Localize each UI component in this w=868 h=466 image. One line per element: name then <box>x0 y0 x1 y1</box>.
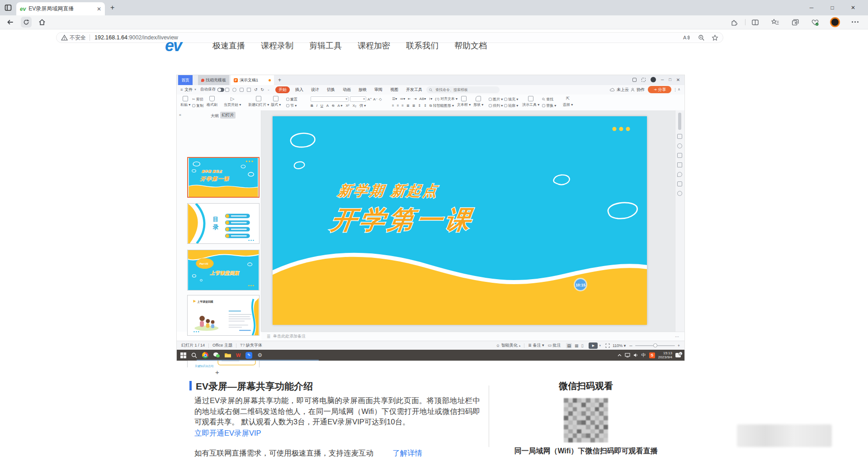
print-icon[interactable] <box>240 88 244 92</box>
notes-more-icon[interactable]: ⋯ <box>675 334 679 339</box>
wps-tab-docer[interactable]: 找稻壳模板 <box>198 75 229 85</box>
refresh-icon[interactable] <box>21 17 32 28</box>
sorter-view-icon[interactable]: ▦ <box>575 343 579 348</box>
select-button[interactable]: ⇱选择 ▾ <box>563 96 573 107</box>
align-left-icon[interactable]: ≡ <box>392 104 394 108</box>
comments-toggle[interactable]: ▭ 批注 <box>547 342 561 348</box>
ev-app-icon[interactable]: ✎ <box>245 352 252 359</box>
wps-taskbar-icon[interactable]: W <box>236 352 241 358</box>
slide-editor[interactable]: 新学期 新起点 开学第一课 10:15 <box>273 116 647 325</box>
zoom-slider-knob[interactable] <box>653 343 657 347</box>
zoom-out-button[interactable]: ─ <box>629 343 632 348</box>
search-input[interactable] <box>434 87 495 92</box>
ribbon-tab[interactable]: 动画 <box>343 87 351 93</box>
wps-restore-icon[interactable]: □ <box>669 77 671 82</box>
smart-graphic-button[interactable]: ⧉ 转智能图形 ▾ <box>429 103 454 108</box>
align-text-button[interactable]: (↕) 对齐文本 ▾ <box>435 96 458 101</box>
font-size-select[interactable]: ▾ <box>350 96 366 102</box>
back-icon[interactable] <box>6 18 14 26</box>
slide-thumbnail-1[interactable]: 新学期 新起点 开学第一课 <box>187 157 259 198</box>
collapse-ribbon-icon[interactable]: ∧ <box>678 87 680 91</box>
ribbon-tab-start[interactable]: 开始 <box>275 86 290 93</box>
nav-item-live[interactable]: 极速直播 <box>212 40 245 51</box>
increase-indent-icon[interactable]: ⇥ <box>414 97 417 101</box>
superscript-button[interactable]: X² <box>346 104 349 108</box>
crop-icon[interactable] <box>677 181 682 186</box>
output-icon[interactable] <box>232 88 236 92</box>
favorite-star-icon[interactable] <box>712 34 718 41</box>
vertical-scrollbar[interactable] <box>678 113 681 130</box>
tab-slides[interactable]: 幻灯片 <box>220 112 236 119</box>
underline-button[interactable]: U <box>321 104 323 108</box>
sogou-icon[interactable]: S <box>649 352 655 358</box>
profile-avatar[interactable] <box>830 17 840 27</box>
font-family-select[interactable]: ▾ <box>311 96 349 102</box>
collections-icon[interactable] <box>791 19 799 26</box>
notification-center-icon[interactable]: 1 <box>675 352 682 358</box>
wps-layout2-icon[interactable] <box>642 78 646 82</box>
nav-item-encrypt[interactable]: 课程加密 <box>358 40 390 51</box>
copy-button[interactable]: 复制 <box>192 102 203 109</box>
text-direction-icon[interactable]: AB▾ <box>420 97 426 101</box>
collaborate-button[interactable]: 协作 <box>631 85 645 94</box>
decrease-font-icon[interactable]: A⁻ <box>373 97 378 101</box>
zoom-in-icon[interactable] <box>698 34 705 41</box>
highlight-button[interactable]: 彁 ▾ <box>359 103 366 108</box>
cut-button[interactable]: ✂剪切 <box>192 96 203 102</box>
wechat-icon[interactable] <box>213 352 220 358</box>
settings-gear-icon[interactable]: ⚙ <box>257 352 262 358</box>
distribute-icon[interactable]: ≣ <box>412 104 415 108</box>
home-icon[interactable] <box>38 18 46 26</box>
present-tools-button[interactable]: 演示工具 ▾ <box>522 96 539 107</box>
missing-font-warning[interactable]: T? 缺失字体 <box>240 342 262 348</box>
properties-icon[interactable] <box>677 134 682 139</box>
read-aloud-icon[interactable]: A <box>683 34 690 41</box>
security-label[interactable]: 不安全 <box>70 34 86 42</box>
file-explorer-icon[interactable] <box>225 352 231 358</box>
new-slide-button[interactable]: 新建幻灯片 ▾ <box>248 96 269 107</box>
notes-placeholder[interactable]: 单击此处添加备注 <box>273 333 306 339</box>
tab-actions-icon[interactable] <box>5 4 12 11</box>
ime-indicator[interactable]: 中 <box>642 352 646 358</box>
ribbon-tab[interactable]: 设计 <box>311 87 319 93</box>
section-button[interactable]: 节 ▾ <box>286 102 297 109</box>
slide-thumbnail-2[interactable]: 目 录 <box>187 203 259 244</box>
fill-button[interactable]: 填充 ▾ <box>504 96 518 102</box>
paste-button[interactable]: 粘贴 ▾ <box>180 96 190 107</box>
fit-slide-icon[interactable] <box>605 343 610 348</box>
theme-name[interactable]: Office 主题 <box>212 342 232 348</box>
customize-chevron-icon[interactable]: ⌄ <box>267 88 270 91</box>
notes-toggle[interactable]: ≣ 备注 ▾ <box>528 342 544 348</box>
wps-close-icon[interactable]: ✕ <box>676 77 680 82</box>
more-menu-icon[interactable]: ⋮ <box>673 87 677 92</box>
reset-button[interactable]: 重置 <box>286 96 297 102</box>
wps-new-tab-button[interactable]: + <box>278 77 281 83</box>
font-color-button[interactable]: A ▾ <box>337 104 342 108</box>
nav-item-record[interactable]: 课程录制 <box>261 40 293 51</box>
layout-button[interactable]: 版式 ▾ <box>271 96 281 107</box>
para-spacing2-icon[interactable]: ⇕ <box>424 104 427 108</box>
numbered-list-icon[interactable]: ≔▾ <box>400 97 405 101</box>
bullet-list-icon[interactable]: ☰▾ <box>392 97 397 101</box>
slide-thumbnail-3[interactable]: Part 01 上节课堂回顾 <box>187 250 259 290</box>
command-search[interactable] <box>426 86 500 93</box>
add-slide-button[interactable]: + <box>215 368 219 376</box>
zoom-level[interactable]: 110% ▾ <box>613 343 626 348</box>
tray-expand-icon[interactable] <box>618 354 622 357</box>
nav-item-edit[interactable]: 剪辑工具 <box>309 40 342 51</box>
share-button[interactable]: 分享 <box>648 86 671 93</box>
tray-clock[interactable]: 15:13 2023/9/4 <box>658 351 672 359</box>
favorites-bar-icon[interactable] <box>771 19 779 26</box>
wps-minimize-icon[interactable]: ─ <box>661 77 664 82</box>
smart-beautify-button[interactable]: ☺智能美化▴ <box>496 342 521 348</box>
arrange-button[interactable]: 排列 ▾ <box>489 102 503 109</box>
tip-detail-link[interactable]: 了解详情 <box>392 448 422 458</box>
timer-bubble[interactable]: 10:15 <box>575 279 587 291</box>
reading-view-icon[interactable]: ▯ <box>581 343 583 348</box>
redo-icon[interactable]: ↻ <box>261 87 264 92</box>
textbox-button[interactable]: 文本框 ▾ <box>457 96 471 107</box>
line-spacing-icon[interactable]: ↕▾ <box>429 97 432 101</box>
slide-thumbnail-4[interactable]: 上节课堂回顾 <box>187 295 259 336</box>
site-logo[interactable]: ev <box>164 36 196 55</box>
notes-bar[interactable]: ☰ 单击此处添加备注 ⋯ <box>261 332 684 341</box>
